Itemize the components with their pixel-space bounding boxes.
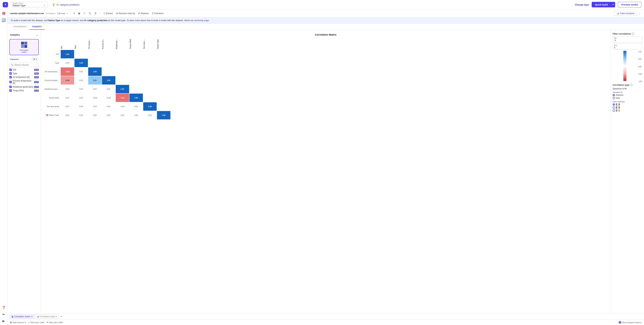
color-selection-label: Color selection	[613, 100, 642, 103]
grid-view-button[interactable]: ▦	[77, 12, 82, 15]
replace-icon: ⇄	[138, 12, 140, 14]
rows-label: Full dataset:	[46, 12, 56, 14]
analytics-section-label: Analytics	[10, 34, 20, 36]
size-radio[interactable]	[613, 97, 615, 99]
show-dropped-wrap[interactable]: Show dropped columns	[619, 321, 641, 324]
search-columns-input[interactable]	[14, 64, 37, 66]
bottom-tab-dropdown[interactable]: ▾	[31, 316, 32, 318]
color-option-3[interactable]	[613, 109, 642, 112]
list-columns-button[interactable]: ☰	[93, 12, 98, 15]
matrix-cell: 0.02	[143, 111, 157, 120]
visualize-size-option[interactable]: Size	[613, 97, 642, 99]
change-type-button[interactable]: Change type	[575, 3, 589, 6]
matrix-cell: 1.00	[61, 50, 74, 58]
column-checkbox[interactable]	[10, 72, 12, 75]
matrix-cell	[102, 68, 116, 76]
matrix-cell	[157, 76, 170, 84]
toolbar: canvas-sample-maintenance.csv Full datas…	[8, 10, 644, 18]
correlation-matrix-card[interactable]: Correlationmatrix	[10, 39, 39, 55]
min-input[interactable]	[614, 39, 640, 42]
matrix-cell: 0.61	[88, 76, 102, 84]
matrix-cell: -0.88	[61, 68, 74, 76]
info-text-2: as a target column, and	[60, 19, 84, 22]
max-input[interactable]	[614, 46, 640, 49]
matrix-chart-title: Correlation Matrix	[44, 33, 607, 36]
column-type-badge: 123	[34, 69, 39, 71]
quick-build-button[interactable]: Quick build	[592, 2, 611, 8]
matrix-col-header: Rotational...	[116, 39, 129, 50]
preview-model-button[interactable]: Preview model	[618, 2, 641, 8]
numeric-radio[interactable]	[613, 94, 615, 96]
functions-button[interactable]: Σ Functions	[151, 12, 165, 15]
nav-icon-data[interactable]: 🔄	[1, 18, 6, 23]
extract-button[interactable]: ⬡ Extract	[102, 12, 114, 15]
matrix-cell: 0.02	[74, 76, 88, 84]
matrix-col-header: Failure Type	[157, 39, 170, 50]
color-option-1[interactable]	[613, 103, 642, 106]
search-columns-field[interactable]: 🔍	[10, 63, 39, 67]
nav-icon-target[interactable]: 🎯	[1, 11, 6, 16]
info-text-1: To build a model with this dataset, set	[11, 19, 48, 22]
column-checkbox[interactable]	[10, 81, 12, 83]
matrix-cell: 0.03	[116, 111, 129, 120]
search-button[interactable]: 🔍	[87, 12, 92, 15]
min-field[interactable]: Min	[613, 36, 642, 42]
target-column-value[interactable]: Failure Type	[12, 4, 46, 7]
bottom-tab-secondary[interactable]: ▦ Correlation matrix ▾	[35, 314, 59, 319]
max-field[interactable]: Max	[613, 44, 642, 50]
corr-type-info-icon[interactable]: i	[630, 84, 632, 86]
column-checkbox[interactable]	[10, 90, 12, 92]
color-radio-3[interactable]	[613, 109, 615, 112]
quick-build-dropdown[interactable]: ▾	[611, 2, 615, 8]
min-label: Min	[614, 37, 640, 39]
tab-analytics[interactable]: Analytics	[29, 24, 44, 30]
color-radio-1[interactable]	[613, 103, 615, 106]
remove-rows-button[interactable]: ⊟ Remove rows by	[115, 12, 136, 15]
column-item: TypeAbc	[8, 72, 41, 75]
list-view-button[interactable]: ≡	[72, 12, 76, 15]
matrix-cell	[116, 76, 129, 84]
filter-info-icon[interactable]: i	[632, 32, 634, 35]
matrix-cell: 0.03	[74, 85, 88, 93]
column-checkbox[interactable]	[10, 76, 12, 78]
target-column-selector[interactable]: Target column Failure Type	[11, 2, 48, 8]
edit-icon[interactable]: ✏	[66, 12, 68, 14]
color-chip-1	[616, 103, 620, 106]
bottom-tab-label: Correlation matrix	[14, 316, 30, 318]
tab-visualizations[interactable]: Visualizations	[11, 24, 29, 30]
rows-count[interactable]: 1.0k rows	[57, 12, 65, 14]
column-name: Type	[13, 72, 33, 75]
matrix-cell	[157, 102, 170, 111]
matrix-cell	[116, 68, 129, 76]
filter-button[interactable]: ▽	[82, 12, 86, 15]
add-tab-button[interactable]: +	[60, 315, 62, 318]
replace-button[interactable]: ⇄ Replace	[137, 12, 150, 15]
color-scale-bar	[623, 51, 626, 81]
nav-icon-export[interactable]: ⬅	[1, 312, 6, 317]
nav-icon-expand[interactable]: ▶	[1, 318, 6, 324]
column-item: Rotational speed [rpm]123	[8, 85, 41, 89]
model-type-indicator: 💡 3+ category prediction	[52, 3, 80, 6]
column-name: Rotational speed [rpm]	[13, 86, 33, 88]
columns-filter-select[interactable]: All ▾	[32, 58, 38, 61]
bottom-tab-corr-matrix[interactable]: ▦ Correlation matrix ▾	[10, 314, 34, 319]
column-list: UDI123TypeAbcAir temperature [K]123Proce…	[8, 68, 41, 92]
visualize-numeric-option[interactable]: Numeric	[613, 94, 642, 96]
matrix-cell: 0.01	[102, 102, 116, 111]
workshop-page-link[interactable]: workshop page	[194, 19, 209, 22]
column-checkbox[interactable]	[10, 68, 12, 71]
chevron-icon: ⌄	[36, 33, 38, 36]
nav-icon-help[interactable]: ❓	[1, 305, 6, 310]
show-dropped-checkbox[interactable]	[619, 321, 621, 324]
bottom-tab-secondary-dropdown[interactable]: ▾	[56, 316, 57, 318]
data-visualizer-button[interactable]: 📊 Data visualizer	[614, 11, 637, 16]
color-option-2[interactable]	[613, 106, 642, 109]
column-checkbox[interactable]	[10, 86, 12, 88]
left-nav: 🎯 🔄 ❓ ⬅ ▶	[0, 10, 8, 325]
more-options-icon[interactable]: ⋮	[638, 12, 641, 15]
analytics-section-header[interactable]: Analytics ⌄	[8, 32, 41, 38]
matrix-cell	[143, 59, 157, 67]
matrix-cell: 1.00	[74, 59, 88, 67]
matrix-col-header: Torque [Nm]	[130, 39, 143, 50]
color-radio-2[interactable]	[613, 106, 615, 109]
